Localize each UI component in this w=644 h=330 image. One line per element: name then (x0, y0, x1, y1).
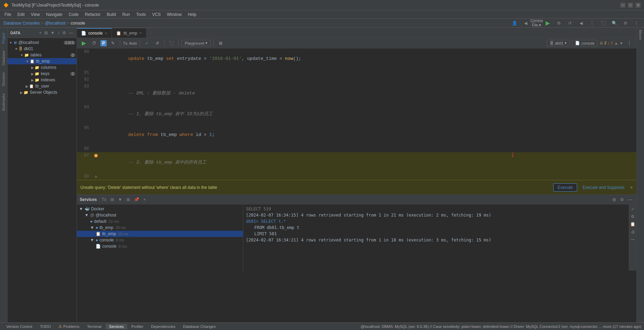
tab-console[interactable]: 📄 console ✕ (77, 28, 112, 38)
tree-columns[interactable]: ▶ 📁 columns (8, 64, 77, 71)
services-close-btn[interactable]: — (627, 196, 634, 203)
db-settings-btn[interactable]: ⚙ (62, 30, 67, 36)
run-global-btn[interactable]: ▶ (544, 19, 552, 27)
tab-tb-emp-close[interactable]: ✕ (139, 31, 142, 35)
status-tab-todo[interactable]: TODO (36, 324, 54, 329)
maximize-button[interactable]: □ (628, 3, 633, 8)
services-minimize-right[interactable]: — (629, 236, 636, 242)
undo-btn[interactable]: ↺ (153, 39, 161, 47)
status-tab-profiler[interactable]: Profiler (128, 324, 147, 329)
menu-build[interactable]: Build (104, 11, 119, 18)
db-filter-btn[interactable]: ▼ (50, 30, 55, 36)
services-pin-btn[interactable]: 📌 (133, 196, 141, 203)
services-docker[interactable]: ▼ 🐳 Docker (77, 206, 243, 212)
minimize-button[interactable]: ─ (620, 3, 625, 8)
tab-console-close[interactable]: ✕ (105, 31, 107, 35)
status-tab-dependencies[interactable]: Dependencies (148, 324, 179, 329)
menu-view[interactable]: View (28, 11, 43, 18)
reload-btn[interactable]: ↺ (566, 19, 574, 27)
menu-code[interactable]: Code (66, 11, 81, 18)
services-settings-right[interactable]: ⚙ (629, 213, 636, 220)
tree-server-objects[interactable]: ▶ 📁 Server Objects (8, 89, 77, 95)
stop-query-btn[interactable]: ⬛ (167, 39, 176, 47)
status-tab-services[interactable]: Services (106, 324, 127, 329)
stop-btn[interactable]: ⬛ (599, 19, 607, 27)
tree-tables[interactable]: ▼ 📁 tables 2 (8, 52, 77, 58)
check-btn[interactable]: ✓ (143, 39, 151, 47)
structure-tab[interactable]: Structure (1, 69, 7, 90)
status-tab-db-changes[interactable]: Database Changes (179, 324, 219, 329)
grid-view-btn[interactable]: ⊞ (217, 39, 225, 47)
services-localhost[interactable]: ▼ @ @localhost (77, 212, 243, 218)
code-editor[interactable]: 90 update tb_emp set entrydate = '2010-0… (77, 48, 636, 180)
more-editor-btn[interactable]: ⋮ (625, 39, 634, 47)
menu-file[interactable]: File (2, 11, 14, 18)
playground-btn[interactable]: Playground ▾ (182, 40, 211, 46)
db-add-btn[interactable]: + (38, 30, 42, 36)
code-line-96: 96 (77, 145, 636, 152)
tree-keys[interactable]: ▶ 📁 keys 2 (8, 71, 77, 77)
tab-tb-emp[interactable]: 📋 tb_emp ✕ (112, 28, 147, 38)
menu-navigate[interactable]: Navigate (43, 11, 65, 18)
services-print-right[interactable]: 🖨 (629, 229, 636, 235)
db-selector[interactable]: 🗄 db01 ▾ (547, 40, 570, 46)
format-btn[interactable]: ✎ (109, 39, 117, 47)
close-warning-button[interactable]: × (630, 185, 633, 190)
execute-button[interactable]: Execute (553, 183, 577, 192)
search-global-btn[interactable]: 🔍 (610, 19, 618, 27)
menu-edit[interactable]: Edit (15, 11, 27, 18)
services-expand-right[interactable]: ⤢ (630, 206, 636, 212)
right-strip-maven[interactable]: Maven (637, 29, 644, 41)
pin-btn[interactable]: P (100, 40, 107, 46)
services-tb-emp-inner[interactable]: 📋 tb_emp 28 ms (77, 231, 243, 237)
services-settings-btn[interactable]: ⚙ (619, 196, 625, 203)
services-console-8[interactable]: ▼ ● console 8 ms (77, 237, 243, 243)
menu-refactor[interactable]: Refactor (82, 11, 103, 18)
run-query-btn[interactable]: ▶ (80, 39, 88, 47)
tree-tb-emp[interactable]: ▼ 📋 tb_emp (8, 58, 77, 64)
menu-tools[interactable]: Tools (133, 11, 149, 18)
status-tab-problems[interactable]: ⚠ Problems (55, 323, 83, 329)
menu-run[interactable]: Run (120, 11, 133, 18)
profile-btn[interactable]: 👤 (510, 19, 519, 27)
breadcrumb-database-consoles[interactable]: Database Consoles (3, 21, 40, 26)
tree-indexes[interactable]: ▶ 📁 indexes (8, 77, 77, 83)
database-tab[interactable]: Database (1, 47, 7, 69)
services-console-inner[interactable]: 📄 console 8 ms (77, 243, 243, 249)
tree-db01[interactable]: ▼ 🗄 db01 (8, 46, 77, 52)
close-button[interactable]: ✕ (636, 3, 641, 8)
run-history-btn[interactable]: ⏱ (90, 39, 98, 47)
warnings-counter[interactable]: ⚠ 2 ↑ 7 ▲ ▼ (600, 41, 623, 45)
services-layout-btn[interactable]: ⊞ (109, 196, 115, 203)
nav-back-btn[interactable]: ◀ (577, 19, 585, 27)
services-tb-emp-28[interactable]: ▼ ● tb_emp 28 ms (77, 224, 243, 231)
services-filter-btn[interactable]: ▼ (117, 196, 124, 203)
settings-btn[interactable]: ⚙ (555, 19, 563, 27)
more-btn[interactable]: ⋮ (588, 19, 596, 27)
db-minimize-btn[interactable]: — (68, 30, 74, 36)
status-tab-terminal[interactable]: Terminal (83, 324, 105, 329)
current-file-selector[interactable]: Current File ▾ (532, 19, 541, 27)
tree-localhost[interactable]: ▼ 🖥 @localhost 1 of 5 (8, 39, 77, 46)
back-btn[interactable]: ◀ (521, 19, 530, 27)
breadcrumb-localhost[interactable]: @localhost (45, 21, 66, 26)
global-more-btn[interactable]: ⋮ (632, 19, 641, 27)
db-layout-btn[interactable]: ⊞ (44, 30, 48, 36)
services-expand-btn[interactable]: ⊞ (611, 196, 617, 203)
project-tab[interactable]: Project (1, 29, 7, 47)
services-group-btn[interactable]: ⊞ (125, 196, 131, 203)
bookmarks-tab[interactable]: Bookmarks (1, 90, 7, 114)
services-copy-right[interactable]: 📋 (629, 221, 636, 227)
menu-help[interactable]: Help (185, 11, 199, 18)
tree-tb-user[interactable]: ▶ 📋 tb_user (8, 83, 77, 89)
status-tab-version-control[interactable]: Version Control (3, 324, 36, 329)
db-sort-btn[interactable]: ↕ (57, 30, 60, 36)
services-add-btn[interactable]: + (142, 196, 147, 203)
services-tx-btn[interactable]: Tx (100, 196, 107, 203)
execute-suppress-button[interactable]: Execute and Suppress (580, 184, 627, 191)
console-selector[interactable]: 📄 console (572, 40, 598, 46)
menu-vcs[interactable]: VCS (149, 11, 164, 18)
menu-window[interactable]: Window (164, 11, 185, 18)
services-default[interactable]: ● default 22 ms (77, 218, 243, 224)
settings-global-btn[interactable]: ⚙ (621, 19, 629, 27)
